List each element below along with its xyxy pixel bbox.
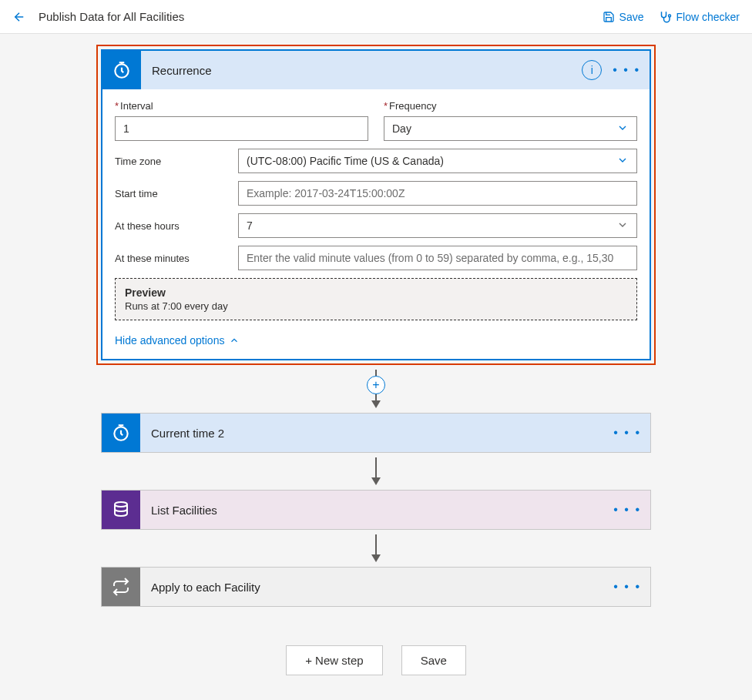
save-button[interactable]: Save xyxy=(401,645,466,675)
more-button[interactable]: • • • xyxy=(613,503,641,517)
more-button[interactable]: • • • xyxy=(613,63,640,77)
interval-input[interactable] xyxy=(115,116,368,141)
chevron-down-icon xyxy=(616,154,629,169)
info-button[interactable]: i xyxy=(582,60,602,80)
clock-icon xyxy=(102,414,140,452)
loop-icon xyxy=(102,568,140,606)
flow-checker-action[interactable]: Flow checker xyxy=(658,10,740,24)
save-label: Save xyxy=(619,11,644,23)
highlight-box: Recurrence i • • • *Interval *Frequency … xyxy=(96,45,656,365)
connector: + xyxy=(367,370,385,408)
new-step-button[interactable]: + New step xyxy=(286,645,382,675)
current-time-title: Current time 2 xyxy=(151,427,224,440)
timezone-select[interactable]: (UTC-08:00) Pacific Time (US & Canada) xyxy=(238,149,637,173)
hours-select[interactable]: 7 xyxy=(238,213,637,238)
starttime-label: Start time xyxy=(115,188,238,199)
frequency-select[interactable]: Day xyxy=(384,116,637,141)
arrow-down-icon xyxy=(371,554,381,562)
topbar: Publish Data for All Facilities Save Flo… xyxy=(0,0,752,34)
stethoscope-icon xyxy=(658,10,672,24)
flow-checker-label: Flow checker xyxy=(676,11,740,23)
database-icon xyxy=(102,491,140,529)
more-button[interactable]: • • • xyxy=(613,426,641,440)
hours-value: 7 xyxy=(247,219,253,232)
add-step-button[interactable]: + xyxy=(367,376,385,394)
chevron-up-icon xyxy=(229,335,240,346)
current-time-card[interactable]: Current time 2 • • • xyxy=(101,413,651,453)
connector xyxy=(371,457,381,485)
preview-text: Runs at 7:00 every day xyxy=(125,300,627,312)
recurrence-title: Recurrence xyxy=(152,64,212,77)
apply-each-title: Apply to each Facility xyxy=(151,581,260,594)
save-action[interactable]: Save xyxy=(603,11,644,23)
minutes-label: At these minutes xyxy=(115,253,238,264)
recurrence-card[interactable]: Recurrence i • • • *Interval *Frequency … xyxy=(101,49,651,360)
connector xyxy=(371,534,381,562)
advanced-toggle-label: Hide advanced options xyxy=(115,334,224,347)
more-button[interactable]: • • • xyxy=(613,580,641,594)
back-button[interactable] xyxy=(12,10,26,24)
chevron-down-icon xyxy=(616,219,629,233)
flow-canvas: Recurrence i • • • *Interval *Frequency … xyxy=(0,34,752,698)
apply-each-card[interactable]: Apply to each Facility • • • xyxy=(101,567,651,607)
arrow-left-icon xyxy=(12,10,26,24)
list-facilities-card[interactable]: List Facilities • • • xyxy=(101,490,651,530)
preview-box: Preview Runs at 7:00 every day xyxy=(115,278,637,320)
minutes-input[interactable] xyxy=(238,246,637,270)
frequency-value: Day xyxy=(392,122,411,135)
svg-point-0 xyxy=(668,15,670,17)
frequency-label: *Frequency xyxy=(384,100,637,112)
starttime-input[interactable] xyxy=(238,181,637,206)
svg-point-3 xyxy=(115,502,127,507)
recurrence-body: *Interval *Frequency Day T xyxy=(102,89,650,323)
list-facilities-title: List Facilities xyxy=(151,504,217,517)
preview-title: Preview xyxy=(125,286,627,299)
save-icon xyxy=(603,11,615,23)
interval-label: *Interval xyxy=(115,100,368,112)
timezone-label: Time zone xyxy=(115,156,238,167)
timezone-value: (UTC-08:00) Pacific Time (US & Canada) xyxy=(247,155,444,167)
chevron-down-icon xyxy=(616,122,629,136)
recurrence-header[interactable]: Recurrence i • • • xyxy=(102,51,650,89)
advanced-toggle[interactable]: Hide advanced options xyxy=(102,323,650,359)
hours-label: At these hours xyxy=(115,220,238,232)
flow-title: Publish Data for All Facilities xyxy=(39,10,184,23)
clock-icon xyxy=(102,51,141,89)
bottom-actions: + New step Save xyxy=(286,645,466,675)
arrow-down-icon xyxy=(371,477,381,485)
arrow-down-icon xyxy=(371,400,381,408)
